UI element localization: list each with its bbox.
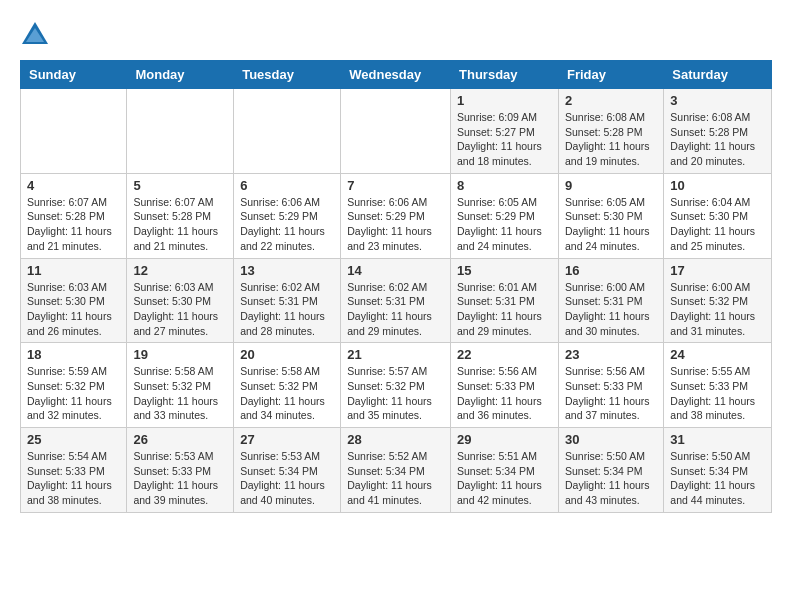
calendar-header-row: SundayMondayTuesdayWednesdayThursdayFrid… xyxy=(21,61,772,89)
calendar-cell: 1Sunrise: 6:09 AMSunset: 5:27 PMDaylight… xyxy=(451,89,559,174)
day-number: 12 xyxy=(133,263,227,278)
cell-content: Sunrise: 5:57 AMSunset: 5:32 PMDaylight:… xyxy=(347,364,444,423)
cell-content: Sunrise: 5:50 AMSunset: 5:34 PMDaylight:… xyxy=(670,449,765,508)
cell-content: Sunrise: 5:58 AMSunset: 5:32 PMDaylight:… xyxy=(133,364,227,423)
day-number: 18 xyxy=(27,347,120,362)
day-number: 29 xyxy=(457,432,552,447)
cell-content: Sunrise: 5:50 AMSunset: 5:34 PMDaylight:… xyxy=(565,449,657,508)
cell-content: Sunrise: 5:56 AMSunset: 5:33 PMDaylight:… xyxy=(565,364,657,423)
cell-content: Sunrise: 6:02 AMSunset: 5:31 PMDaylight:… xyxy=(347,280,444,339)
calendar-cell: 6Sunrise: 6:06 AMSunset: 5:29 PMDaylight… xyxy=(234,173,341,258)
cell-content: Sunrise: 6:06 AMSunset: 5:29 PMDaylight:… xyxy=(347,195,444,254)
cell-content: Sunrise: 6:03 AMSunset: 5:30 PMDaylight:… xyxy=(133,280,227,339)
calendar-cell: 4Sunrise: 6:07 AMSunset: 5:28 PMDaylight… xyxy=(21,173,127,258)
cell-content: Sunrise: 6:07 AMSunset: 5:28 PMDaylight:… xyxy=(27,195,120,254)
cell-content: Sunrise: 6:07 AMSunset: 5:28 PMDaylight:… xyxy=(133,195,227,254)
calendar-cell: 28Sunrise: 5:52 AMSunset: 5:34 PMDayligh… xyxy=(341,428,451,513)
calendar-cell: 3Sunrise: 6:08 AMSunset: 5:28 PMDaylight… xyxy=(664,89,772,174)
day-header-tuesday: Tuesday xyxy=(234,61,341,89)
calendar-cell: 7Sunrise: 6:06 AMSunset: 5:29 PMDaylight… xyxy=(341,173,451,258)
day-number: 30 xyxy=(565,432,657,447)
cell-content: Sunrise: 6:04 AMSunset: 5:30 PMDaylight:… xyxy=(670,195,765,254)
day-number: 2 xyxy=(565,93,657,108)
logo xyxy=(20,20,54,50)
calendar-cell: 14Sunrise: 6:02 AMSunset: 5:31 PMDayligh… xyxy=(341,258,451,343)
day-header-wednesday: Wednesday xyxy=(341,61,451,89)
cell-content: Sunrise: 6:05 AMSunset: 5:30 PMDaylight:… xyxy=(565,195,657,254)
day-number: 11 xyxy=(27,263,120,278)
day-number: 19 xyxy=(133,347,227,362)
cell-content: Sunrise: 5:58 AMSunset: 5:32 PMDaylight:… xyxy=(240,364,334,423)
calendar-table: SundayMondayTuesdayWednesdayThursdayFrid… xyxy=(20,60,772,513)
calendar-week-row: 25Sunrise: 5:54 AMSunset: 5:33 PMDayligh… xyxy=(21,428,772,513)
day-number: 26 xyxy=(133,432,227,447)
day-number: 28 xyxy=(347,432,444,447)
cell-content: Sunrise: 6:09 AMSunset: 5:27 PMDaylight:… xyxy=(457,110,552,169)
day-header-thursday: Thursday xyxy=(451,61,559,89)
day-number: 21 xyxy=(347,347,444,362)
calendar-week-row: 1Sunrise: 6:09 AMSunset: 5:27 PMDaylight… xyxy=(21,89,772,174)
page-header xyxy=(20,20,772,50)
calendar-week-row: 11Sunrise: 6:03 AMSunset: 5:30 PMDayligh… xyxy=(21,258,772,343)
calendar-cell xyxy=(341,89,451,174)
day-header-sunday: Sunday xyxy=(21,61,127,89)
calendar-cell: 9Sunrise: 6:05 AMSunset: 5:30 PMDaylight… xyxy=(558,173,663,258)
calendar-cell: 15Sunrise: 6:01 AMSunset: 5:31 PMDayligh… xyxy=(451,258,559,343)
cell-content: Sunrise: 5:51 AMSunset: 5:34 PMDaylight:… xyxy=(457,449,552,508)
cell-content: Sunrise: 6:00 AMSunset: 5:32 PMDaylight:… xyxy=(670,280,765,339)
calendar-cell: 22Sunrise: 5:56 AMSunset: 5:33 PMDayligh… xyxy=(451,343,559,428)
day-number: 20 xyxy=(240,347,334,362)
day-number: 16 xyxy=(565,263,657,278)
calendar-cell: 5Sunrise: 6:07 AMSunset: 5:28 PMDaylight… xyxy=(127,173,234,258)
cell-content: Sunrise: 6:08 AMSunset: 5:28 PMDaylight:… xyxy=(670,110,765,169)
calendar-week-row: 4Sunrise: 6:07 AMSunset: 5:28 PMDaylight… xyxy=(21,173,772,258)
day-number: 4 xyxy=(27,178,120,193)
cell-content: Sunrise: 5:52 AMSunset: 5:34 PMDaylight:… xyxy=(347,449,444,508)
day-header-monday: Monday xyxy=(127,61,234,89)
calendar-cell: 16Sunrise: 6:00 AMSunset: 5:31 PMDayligh… xyxy=(558,258,663,343)
cell-content: Sunrise: 6:06 AMSunset: 5:29 PMDaylight:… xyxy=(240,195,334,254)
cell-content: Sunrise: 6:01 AMSunset: 5:31 PMDaylight:… xyxy=(457,280,552,339)
day-header-saturday: Saturday xyxy=(664,61,772,89)
calendar-cell: 2Sunrise: 6:08 AMSunset: 5:28 PMDaylight… xyxy=(558,89,663,174)
cell-content: Sunrise: 6:05 AMSunset: 5:29 PMDaylight:… xyxy=(457,195,552,254)
calendar-cell: 19Sunrise: 5:58 AMSunset: 5:32 PMDayligh… xyxy=(127,343,234,428)
calendar-cell: 17Sunrise: 6:00 AMSunset: 5:32 PMDayligh… xyxy=(664,258,772,343)
day-number: 13 xyxy=(240,263,334,278)
day-number: 1 xyxy=(457,93,552,108)
calendar-week-row: 18Sunrise: 5:59 AMSunset: 5:32 PMDayligh… xyxy=(21,343,772,428)
calendar-cell: 12Sunrise: 6:03 AMSunset: 5:30 PMDayligh… xyxy=(127,258,234,343)
calendar-cell: 25Sunrise: 5:54 AMSunset: 5:33 PMDayligh… xyxy=(21,428,127,513)
day-number: 8 xyxy=(457,178,552,193)
calendar-cell: 31Sunrise: 5:50 AMSunset: 5:34 PMDayligh… xyxy=(664,428,772,513)
day-number: 10 xyxy=(670,178,765,193)
calendar-cell: 26Sunrise: 5:53 AMSunset: 5:33 PMDayligh… xyxy=(127,428,234,513)
day-number: 25 xyxy=(27,432,120,447)
day-number: 9 xyxy=(565,178,657,193)
logo-icon xyxy=(20,20,50,50)
calendar-cell: 13Sunrise: 6:02 AMSunset: 5:31 PMDayligh… xyxy=(234,258,341,343)
cell-content: Sunrise: 5:56 AMSunset: 5:33 PMDaylight:… xyxy=(457,364,552,423)
calendar-cell: 30Sunrise: 5:50 AMSunset: 5:34 PMDayligh… xyxy=(558,428,663,513)
calendar-cell xyxy=(234,89,341,174)
calendar-cell xyxy=(127,89,234,174)
cell-content: Sunrise: 5:55 AMSunset: 5:33 PMDaylight:… xyxy=(670,364,765,423)
day-number: 22 xyxy=(457,347,552,362)
day-number: 7 xyxy=(347,178,444,193)
calendar-cell: 10Sunrise: 6:04 AMSunset: 5:30 PMDayligh… xyxy=(664,173,772,258)
day-number: 17 xyxy=(670,263,765,278)
calendar-cell: 11Sunrise: 6:03 AMSunset: 5:30 PMDayligh… xyxy=(21,258,127,343)
calendar-cell: 24Sunrise: 5:55 AMSunset: 5:33 PMDayligh… xyxy=(664,343,772,428)
calendar-cell: 23Sunrise: 5:56 AMSunset: 5:33 PMDayligh… xyxy=(558,343,663,428)
calendar-cell: 21Sunrise: 5:57 AMSunset: 5:32 PMDayligh… xyxy=(341,343,451,428)
calendar-cell: 18Sunrise: 5:59 AMSunset: 5:32 PMDayligh… xyxy=(21,343,127,428)
cell-content: Sunrise: 5:59 AMSunset: 5:32 PMDaylight:… xyxy=(27,364,120,423)
cell-content: Sunrise: 6:00 AMSunset: 5:31 PMDaylight:… xyxy=(565,280,657,339)
cell-content: Sunrise: 6:08 AMSunset: 5:28 PMDaylight:… xyxy=(565,110,657,169)
calendar-cell: 29Sunrise: 5:51 AMSunset: 5:34 PMDayligh… xyxy=(451,428,559,513)
day-number: 31 xyxy=(670,432,765,447)
day-number: 5 xyxy=(133,178,227,193)
day-number: 6 xyxy=(240,178,334,193)
cell-content: Sunrise: 5:53 AMSunset: 5:33 PMDaylight:… xyxy=(133,449,227,508)
day-number: 23 xyxy=(565,347,657,362)
